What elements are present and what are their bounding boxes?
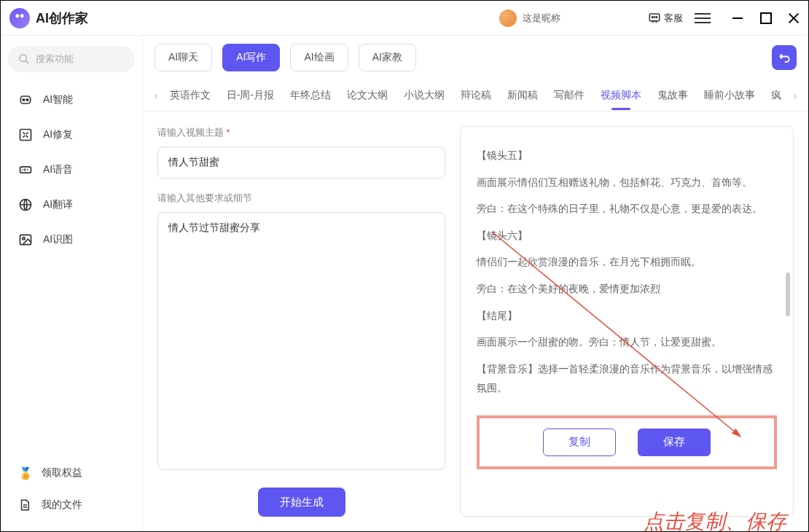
subtab-more[interactable]: 疯 <box>763 79 789 112</box>
window-minimize[interactable] <box>732 12 744 24</box>
tab-ai-tutor[interactable]: AI家教 <box>359 44 416 71</box>
subtab-debate[interactable]: 辩论稿 <box>453 79 499 112</box>
subtab-next[interactable]: › <box>789 90 801 101</box>
svg-point-2 <box>654 16 655 17</box>
translate-icon <box>18 197 33 212</box>
app-logo <box>9 8 30 28</box>
generate-button[interactable]: 开始生成 <box>258 488 345 517</box>
file-icon <box>18 498 31 512</box>
svg-point-3 <box>656 16 657 17</box>
menu-button[interactable] <box>695 10 711 26</box>
svg-rect-9 <box>20 130 31 141</box>
scrollbar[interactable] <box>786 273 790 316</box>
sidebar-item-label: AI修复 <box>43 128 73 141</box>
narration6: 旁白：在这个美好的夜晚，爱情更加浓烈 <box>477 279 777 299</box>
support-label: 客服 <box>664 12 683 25</box>
subtab-year-summary[interactable]: 年终总结 <box>282 79 339 112</box>
sidebar-item-label: AI智能 <box>43 93 73 106</box>
output-panel: 【镜头五】 画面展示情侣们互相赠送礼物，包括鲜花、巧克力、首饰等。 旁白：在这个… <box>477 140 777 405</box>
sidebar-item-ai-image[interactable]: AI识图 <box>8 222 135 257</box>
app-title: AI创作家 <box>36 9 88 27</box>
robot-icon <box>18 93 33 107</box>
shot6-title: 【镜头六】 <box>477 226 777 246</box>
svg-line-5 <box>26 60 28 63</box>
subtab-english-essay[interactable]: 英语作文 <box>162 79 219 112</box>
sidebar-item-ai-smart[interactable]: AI智能 <box>8 82 135 117</box>
chat-icon <box>648 12 661 25</box>
ending-title: 【结尾】 <box>477 306 777 326</box>
details-label: 请输入其他要求或细节 <box>157 192 445 205</box>
sidebar-item-label: AI语音 <box>43 163 73 176</box>
theme-input[interactable] <box>157 146 445 179</box>
svg-rect-6 <box>20 96 30 103</box>
ending-body: 画面展示一个甜蜜的吻。旁白：情人节，让爱更甜蜜。 <box>477 332 777 352</box>
theme-label: 请输入视频主题 <box>157 126 445 139</box>
sidebar-item-ai-repair[interactable]: AI修复 <box>8 117 135 152</box>
subtab-email[interactable]: 写邮件 <box>546 79 593 112</box>
sidebar-item-label: AI识图 <box>43 233 73 246</box>
medal-icon <box>18 466 31 480</box>
subtab-report[interactable]: 日-周-月报 <box>219 79 282 112</box>
search-icon <box>18 53 30 65</box>
shot5-title: 【镜头五】 <box>477 146 777 165</box>
svg-point-7 <box>23 99 25 101</box>
bgm-note: 【背景音乐】选择一首轻柔浪漫的音乐作为背景音乐，以增强情感氛围。 <box>477 359 777 398</box>
svg-point-4 <box>20 55 26 61</box>
sidebar-rights[interactable]: 领取权益 <box>8 457 135 489</box>
sidebar-files-label: 我的文件 <box>42 498 82 512</box>
subtab-thesis-outline[interactable]: 论文大纲 <box>339 79 396 112</box>
sidebar-files[interactable]: 我的文件 <box>8 489 135 521</box>
tab-ai-paint[interactable]: AI绘画 <box>290 44 348 71</box>
back-button[interactable] <box>772 45 797 70</box>
narration5: 旁白：在这个特殊的日子里，礼物不仅是心意，更是爱的表达。 <box>477 199 777 219</box>
window-close[interactable] <box>788 12 800 24</box>
save-button[interactable]: 保存 <box>638 429 711 456</box>
voice-icon <box>18 163 33 177</box>
subtab-video-script[interactable]: 视频脚本 <box>593 79 649 112</box>
subtab-prev[interactable]: ‹ <box>150 90 162 101</box>
sidebar-item-label: AI翻译 <box>43 198 73 211</box>
search-input[interactable]: 搜索功能 <box>8 46 135 72</box>
subtab-ghost-story[interactable]: 鬼故事 <box>649 79 696 112</box>
user-nickname: 这是昵称 <box>523 12 560 25</box>
sidebar-rights-label: 领取权益 <box>42 466 82 480</box>
sidebar-item-ai-voice[interactable]: AI语音 <box>8 152 135 187</box>
tab-ai-chat[interactable]: AI聊天 <box>155 44 212 71</box>
svg-point-8 <box>26 99 28 101</box>
return-icon <box>778 51 791 64</box>
sidebar-item-ai-translate[interactable]: AI翻译 <box>8 187 135 222</box>
subtab-bedtime-story[interactable]: 睡前小故事 <box>696 79 763 112</box>
support-button[interactable]: 客服 <box>648 12 683 25</box>
subtab-news[interactable]: 新闻稿 <box>499 79 546 112</box>
user-avatar[interactable] <box>499 9 517 27</box>
window-maximize[interactable] <box>760 12 772 24</box>
subtab-strip: ‹ 英语作文 日-周-月报 年终总结 论文大纲 小说大纲 辩论稿 新闻稿 写邮件… <box>143 79 808 112</box>
shot5-body: 画面展示情侣们互相赠送礼物，包括鲜花、巧克力、首饰等。 <box>477 173 777 192</box>
search-placeholder: 搜索功能 <box>36 52 74 66</box>
image-icon <box>18 232 33 247</box>
details-textarea[interactable] <box>157 212 445 470</box>
svg-point-1 <box>652 16 653 17</box>
repair-icon <box>18 128 33 142</box>
tab-ai-write[interactable]: AI写作 <box>222 44 280 71</box>
svg-point-16 <box>23 238 25 240</box>
subtab-novel-outline[interactable]: 小说大纲 <box>396 79 453 112</box>
action-highlight-box: 复制 保存 <box>477 415 777 469</box>
shot6-body: 情侣们一起欣赏浪漫的音乐，在月光下相拥而眠。 <box>477 252 777 272</box>
copy-button[interactable]: 复制 <box>543 429 616 456</box>
